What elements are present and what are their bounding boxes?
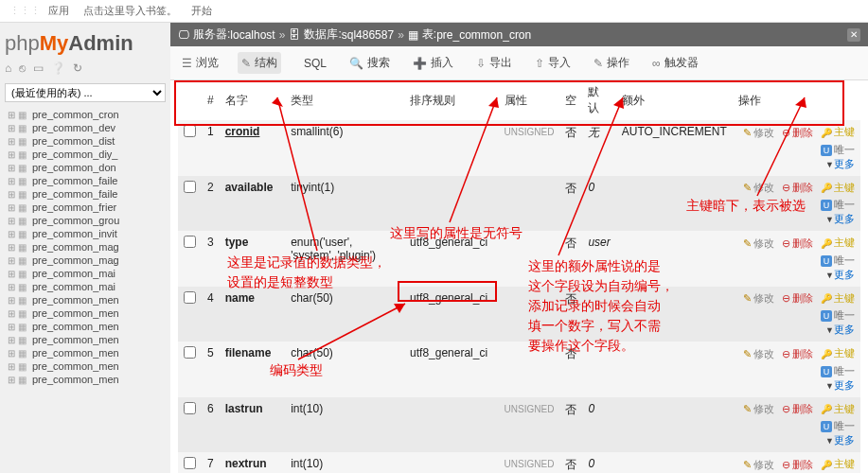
expand-icon[interactable]: ⊞ (5, 149, 18, 160)
unique-link[interactable]: U唯一 (821, 199, 855, 210)
delete-link[interactable]: 删除 (782, 236, 813, 251)
tree-item[interactable]: ⊞▦pre_common_men (5, 359, 166, 373)
expand-icon[interactable]: ⊞ (5, 308, 18, 319)
recent-tables-select[interactable]: (最近使用的表) ... (5, 83, 166, 102)
expand-icon[interactable]: ⊞ (5, 189, 18, 200)
expand-icon[interactable]: ⊞ (5, 269, 18, 279)
col-name[interactable]: lastrun (225, 402, 263, 415)
expand-icon[interactable]: ⊞ (5, 348, 18, 359)
delete-link[interactable]: 删除 (782, 181, 813, 195)
edit-link[interactable]: 修改 (743, 236, 774, 251)
expand-icon[interactable]: ⊞ (5, 136, 18, 147)
col-name[interactable]: name (225, 291, 255, 305)
row-checkbox[interactable] (184, 402, 196, 414)
col-name[interactable]: type (225, 236, 249, 249)
tab-搜索[interactable]: 🔍搜索 (345, 52, 394, 74)
expand-icon[interactable]: ⊞ (5, 110, 18, 120)
primary-link[interactable]: 主键 (821, 346, 855, 360)
tab-操作[interactable]: ✎操作 (590, 52, 633, 74)
primary-link[interactable]: 主键 (821, 236, 855, 250)
expand-icon[interactable]: ⊞ (5, 123, 18, 133)
logout-icon[interactable]: ⎋ (19, 61, 26, 75)
delete-link[interactable]: 删除 (782, 291, 813, 306)
expand-icon[interactable]: ⊞ (5, 295, 18, 306)
row-checkbox[interactable] (184, 181, 196, 193)
delete-link[interactable]: 删除 (782, 458, 813, 472)
primary-link[interactable]: 主键 (821, 402, 855, 416)
col-name[interactable]: cronid (225, 125, 260, 138)
expand-icon[interactable]: ⊞ (5, 242, 18, 253)
expand-icon[interactable]: ⊞ (5, 322, 18, 332)
more-link[interactable]: ▼更多 (824, 434, 855, 446)
table-name[interactable]: pre_common_cron (436, 28, 531, 42)
row-checkbox[interactable] (184, 291, 196, 304)
more-link[interactable]: ▼更多 (824, 379, 855, 391)
unique-link[interactable]: U唯一 (821, 420, 855, 431)
unique-link[interactable]: U唯一 (821, 254, 855, 266)
expand-icon[interactable]: ⊞ (5, 216, 18, 226)
tree-item[interactable]: ⊞▦pre_common_dist (5, 134, 166, 148)
tree-item[interactable]: ⊞▦pre_common_faile (5, 174, 166, 187)
expand-icon[interactable]: ⊞ (5, 176, 18, 186)
unique-link[interactable]: U唯一 (821, 144, 855, 155)
close-icon[interactable]: ✕ (847, 28, 860, 42)
expand-icon[interactable]: ⊞ (5, 335, 18, 345)
tab-插入[interactable]: ➕插入 (409, 52, 457, 74)
tree-item[interactable]: ⊞▦pre_common_men (5, 333, 166, 346)
tree-item[interactable]: ⊞▦pre_common_don (5, 161, 166, 174)
row-checkbox[interactable] (184, 346, 196, 359)
tab-浏览[interactable]: ☰浏览 (178, 52, 222, 74)
unique-link[interactable]: U唯一 (821, 365, 855, 377)
tree-item[interactable]: ⊞▦pre_common_men (5, 320, 166, 333)
tree-item[interactable]: ⊞▦pre_common_faile (5, 187, 166, 201)
edit-link[interactable]: 修改 (743, 347, 774, 361)
sql-icon[interactable]: ▭ (33, 61, 44, 75)
tab-导入[interactable]: ⇧导入 (531, 52, 575, 74)
expand-icon[interactable]: ⊞ (5, 163, 18, 173)
delete-link[interactable]: 删除 (782, 347, 813, 361)
tab-导出[interactable]: ⇩导出 (472, 52, 516, 74)
tree-item[interactable]: ⊞▦pre_common_mai (5, 280, 166, 293)
more-link[interactable]: ▼更多 (824, 324, 855, 335)
tree-item[interactable]: ⊞▦pre_common_invit (5, 227, 166, 240)
server-name[interactable]: localhost (230, 28, 275, 42)
tab-触发器[interactable]: ∞触发器 (648, 52, 702, 74)
primary-link[interactable]: 主键 (821, 125, 855, 139)
expand-icon[interactable]: ⊞ (5, 282, 18, 292)
home-icon[interactable]: ⌂ (5, 61, 11, 75)
tree-item[interactable]: ⊞▦pre_common_men (5, 307, 166, 320)
tree-item[interactable]: ⊞▦pre_common_men (5, 346, 166, 359)
col-name[interactable]: nextrun (225, 457, 267, 470)
db-name[interactable]: sql486587 (342, 28, 394, 42)
tree-item[interactable]: ⊞▦pre_common_dev (5, 121, 166, 134)
expand-icon[interactable]: ⊞ (5, 361, 18, 372)
col-name[interactable]: available (225, 181, 274, 194)
tree-item[interactable]: ⊞▦pre_common_frier (5, 201, 166, 214)
col-name[interactable]: filename (225, 346, 272, 359)
delete-link[interactable]: 删除 (782, 126, 813, 140)
tree-item[interactable]: ⊞▦pre_common_mai (5, 267, 166, 280)
expand-icon[interactable]: ⊞ (5, 229, 18, 239)
edit-link[interactable]: 修改 (743, 402, 774, 416)
tree-item[interactable]: ⊞▦pre_common_diy_ (5, 148, 166, 161)
row-checkbox[interactable] (184, 236, 196, 248)
import-hint[interactable]: 点击这里导入书签。 (83, 4, 177, 18)
expand-icon[interactable]: ⊞ (5, 255, 18, 266)
row-checkbox[interactable] (184, 125, 196, 137)
edit-link[interactable]: 修改 (743, 458, 774, 472)
tree-item[interactable]: ⊞▦pre_common_mag (5, 254, 166, 267)
expand-icon[interactable]: ⊞ (5, 202, 18, 213)
tab-结构[interactable]: ✎结构 (238, 52, 281, 74)
apps-label[interactable]: 应用 (48, 4, 69, 18)
more-link[interactable]: ▼更多 (824, 213, 855, 224)
primary-link[interactable]: 主键 (821, 181, 855, 195)
unique-link[interactable]: U唯一 (821, 309, 855, 321)
start-bookmark[interactable]: 开始 (191, 4, 212, 18)
tree-item[interactable]: ⊞▦pre_common_men (5, 293, 166, 307)
delete-link[interactable]: 删除 (782, 402, 813, 416)
reload-icon[interactable]: ↻ (73, 61, 82, 75)
apps-icon[interactable]: ⋮⋮⋮ (9, 5, 41, 17)
edit-link[interactable]: 修改 (743, 126, 774, 140)
primary-link[interactable]: 主键 (821, 291, 855, 306)
tab-SQL[interactable]: SQL (296, 52, 330, 74)
